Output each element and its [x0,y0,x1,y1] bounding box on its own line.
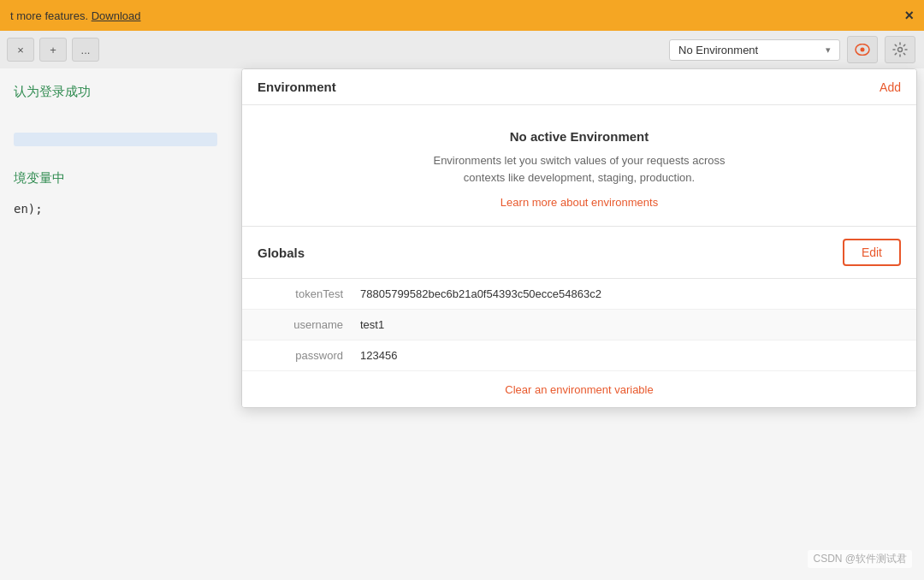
env-panel-title: Environment [258,80,336,94]
left-line3: en); [14,202,217,216]
learn-more-link[interactable]: Learn more about environments [263,196,896,209]
no-env-section: No active Environment Environments let y… [242,105,916,227]
var-value-password: 123456 [360,349,901,362]
clear-env-link[interactable]: Clear an environment variable [505,383,653,396]
eye-icon-button[interactable] [847,36,878,63]
tab-more-button[interactable]: ... [72,38,99,62]
tab-bar: × + ... [0,31,411,68]
chevron-down-icon: ▾ [826,44,831,56]
tab-add-button[interactable]: + [39,38,67,62]
banner-download-link[interactable]: Download [92,9,141,22]
var-value-tokentest: 78805799582bec6b21a0f54393c50ecce54863c2 [360,287,901,300]
variable-row-password: password 123456 [242,340,916,371]
var-key-tokentest: tokenTest [258,287,360,300]
gear-icon-button[interactable] [885,36,915,63]
left-active-item [14,133,217,146]
var-value-username: test1 [360,318,901,331]
env-add-button[interactable]: Add [880,80,901,94]
tab-close-button[interactable]: × [7,38,34,62]
globals-section: Globals Edit tokenTest 78805799582bec6b2… [242,227,916,407]
svg-point-1 [861,48,865,52]
env-dropdown-label: No Environment [678,44,758,56]
variable-row-username: username test1 [242,310,916,340]
globals-header: Globals Edit [242,227,916,279]
left-line2: 境变量中 [14,170,217,186]
left-line1: 认为登录成功 [14,84,217,100]
no-env-desc: Environments let you switch values of yo… [263,152,896,186]
bottom-link-row: Clear an environment variable [242,371,916,407]
env-selector-bar: No Environment ▾ [411,31,924,68]
environment-dropdown[interactable]: No Environment ▾ [669,39,840,61]
left-panel: 认为登录成功 境变量中 en); [0,68,231,580]
globals-title: Globals [258,246,305,260]
svg-point-2 [898,48,903,52]
variables-list: tokenTest 78805799582bec6b21a0f54393c50e… [242,279,916,371]
banner-close-button[interactable]: × [904,7,914,25]
edit-button[interactable]: Edit [843,239,901,266]
variable-row-tokentest: tokenTest 78805799582bec6b21a0f54393c50e… [242,279,916,310]
var-key-password: password [258,349,360,362]
env-panel: Environment Add No active Environment En… [241,68,917,408]
no-env-title: No active Environment [263,129,896,144]
watermark: CSDN @软件测试君 [808,550,912,568]
var-key-username: username [258,318,360,331]
banner-text: t more features. Download [10,9,894,22]
top-banner: t more features. Download × [0,0,924,31]
env-panel-header: Environment Add [242,69,916,105]
banner-prefix: t more features. [10,9,92,22]
